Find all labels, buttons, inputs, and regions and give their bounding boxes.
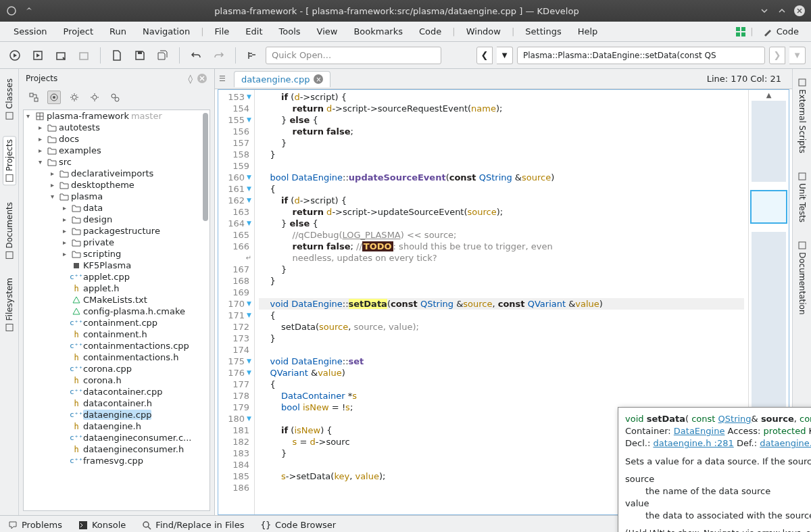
new-file-icon[interactable] (107, 46, 126, 65)
tree-item[interactable]: ▸design (63, 214, 210, 225)
dock-tab-documents[interactable]: Documents (3, 199, 16, 262)
dock-tab-projects[interactable]: Projects (3, 136, 16, 185)
execute-icon[interactable] (5, 46, 24, 65)
tree-item[interactable]: hdataengine.h (63, 420, 210, 432)
close-icon[interactable] (793, 5, 806, 17)
menu-code[interactable]: Code (412, 24, 448, 39)
nav-forward-dropdown[interactable]: ▼ (789, 47, 806, 64)
run-gear-icon[interactable] (108, 91, 122, 104)
code-browser-button[interactable]: {}Code Browser (260, 520, 336, 530)
menu-run[interactable]: Run (103, 24, 133, 39)
menubar: SessionProjectRunNavigation|FileEditTool… (0, 22, 811, 42)
sync-tree-icon[interactable] (27, 91, 41, 104)
find-replace-button[interactable]: Find/Replace in Files (142, 520, 244, 530)
target-tree-icon[interactable] (47, 91, 61, 104)
tree-item[interactable]: ▾src (39, 156, 210, 168)
tree-item[interactable]: ▸data (63, 202, 210, 214)
menu-help[interactable]: Help (571, 24, 605, 39)
stop-icon[interactable] (74, 46, 93, 65)
minimap-viewport[interactable] (750, 190, 787, 224)
nav-history-dropdown[interactable]: ▼ (497, 47, 513, 64)
minimize-icon[interactable] (758, 5, 770, 17)
dock-tab-external-scripts[interactable]: External Scripts (796, 76, 808, 156)
tree-item[interactable]: c⁺⁺containment.cpp (63, 317, 210, 329)
tree-item[interactable]: config-plasma.h.cmake (63, 306, 210, 317)
menu-file[interactable]: File (208, 24, 237, 39)
tree-item[interactable]: c⁺⁺framesvg.cpp (63, 455, 210, 466)
menu-tools[interactable]: Tools (272, 24, 308, 39)
tree-item[interactable]: ▸examples (39, 145, 210, 156)
tree-item[interactable]: hcorona.h (63, 374, 210, 386)
tree-item[interactable]: ▸packagestructure (63, 225, 210, 237)
menu-session[interactable]: Session (7, 24, 54, 39)
debug-icon[interactable] (28, 46, 47, 65)
settings-gear-icon[interactable] (68, 91, 81, 104)
tree-item[interactable]: ▾plasma (51, 191, 210, 202)
build-gear-icon[interactable] (88, 91, 101, 104)
dock-tab-filesystem[interactable]: Filesystem (3, 275, 16, 334)
menu-navigation[interactable]: Navigation (136, 24, 197, 39)
tooltip-type-link[interactable]: QString (718, 414, 752, 424)
tree-item[interactable]: hdataengineconsumer.h (63, 443, 210, 455)
detach-icon[interactable]: ◊ (189, 74, 193, 84)
tree-scrollbar[interactable] (203, 113, 208, 221)
redo-icon[interactable] (210, 46, 228, 65)
editor-tab[interactable]: dataengine.cpp × (234, 71, 330, 87)
tree-item[interactable]: ▸desktoptheme (51, 179, 210, 191)
tab-list-icon[interactable]: ☰ (219, 74, 230, 83)
projects-tree[interactable]: ▾plasma-framework master▸autotests▸docs▸… (23, 110, 210, 511)
problems-button[interactable]: Problems (8, 520, 62, 530)
dock-tab-documentation[interactable]: Documentation (796, 239, 808, 318)
undo-icon[interactable] (187, 46, 205, 65)
tree-item[interactable]: c⁺⁺dataengine.cpp (63, 409, 210, 420)
tree-root[interactable]: ▾plasma-framework master (26, 110, 210, 122)
line-gutter[interactable]: 153 ▼154 155 ▼156 157 158 159 160 ▼161 ▼… (218, 90, 255, 514)
scroll-up-icon[interactable]: ▲ (749, 91, 789, 99)
tree-item[interactable]: c⁺⁺datacontainer.cpp (63, 386, 210, 397)
code-mode-button[interactable]: Code (758, 25, 804, 38)
quick-open-input[interactable]: Quick Open... (266, 47, 441, 64)
save-icon[interactable] (130, 46, 149, 65)
tree-item[interactable]: c⁺⁺corona.cpp (63, 363, 210, 374)
tree-item[interactable]: hcontainmentactions.h (63, 352, 210, 363)
dock-tab-classes[interactable]: Classes (3, 76, 16, 122)
tree-item[interactable]: ▸autotests (39, 122, 210, 133)
tree-item[interactable]: happlet.h (63, 283, 210, 294)
konsole-button[interactable]: Konsole (78, 520, 126, 530)
outline-icon[interactable] (243, 46, 262, 65)
tree-item[interactable]: hdatacontainer.h (63, 397, 210, 409)
tree-item[interactable]: hcontainment.h (63, 329, 210, 340)
nav-forward-button[interactable]: ❯ (769, 47, 785, 64)
menu-window[interactable]: Window (460, 24, 508, 39)
dock-tab-unit-tests[interactable]: Unit Tests (796, 170, 808, 225)
close-panel-icon[interactable] (197, 73, 207, 84)
breadcrumb[interactable]: Plasma::Plasma::DataEngine::setData(cons… (517, 47, 765, 64)
app-menu-icon[interactable] (5, 5, 18, 17)
tree-item[interactable]: ▸declarativeimports (51, 168, 210, 179)
menu-project[interactable]: Project (57, 24, 100, 39)
tooltip-decl-link[interactable]: dataengine.h :281 (653, 438, 733, 448)
tree-item[interactable]: c⁺⁺applet.cpp (63, 271, 210, 283)
tree-item[interactable]: KF5Plasma (63, 260, 210, 271)
menu-edit[interactable]: Edit (239, 24, 269, 39)
menu-settings[interactable]: Settings (518, 24, 568, 39)
close-tab-icon[interactable]: × (314, 74, 323, 84)
menu-bookmarks[interactable]: Bookmarks (347, 24, 410, 39)
code-editor: ☰ dataengine.cpp × Line: 170 Col: 21 153… (215, 69, 792, 515)
nav-back-button[interactable]: ❮ (476, 47, 493, 64)
tooltip-def-link[interactable]: dataengine.cpp :170 (760, 438, 811, 448)
maximize-icon[interactable] (776, 5, 788, 17)
tree-item[interactable]: CMakeLists.txt (63, 294, 210, 306)
tree-item[interactable]: c⁺⁺containmentactions.cpp (63, 340, 210, 352)
menu-view[interactable]: View (310, 24, 345, 39)
pin-icon[interactable] (23, 5, 35, 17)
grid-icon[interactable] (735, 26, 746, 37)
tree-item[interactable]: ▸private (63, 237, 210, 248)
tree-item[interactable]: c⁺⁺dataengineconsumer.c... (63, 432, 210, 443)
tree-item[interactable]: ▸scripting (63, 248, 210, 260)
tooltip-container-link[interactable]: DataEngine (674, 426, 725, 436)
cursor-position: Line: 170 Col: 21 (707, 74, 788, 84)
build-icon[interactable] (51, 46, 70, 65)
tree-item[interactable]: ▸docs (39, 133, 210, 145)
save-all-icon[interactable] (153, 46, 172, 65)
